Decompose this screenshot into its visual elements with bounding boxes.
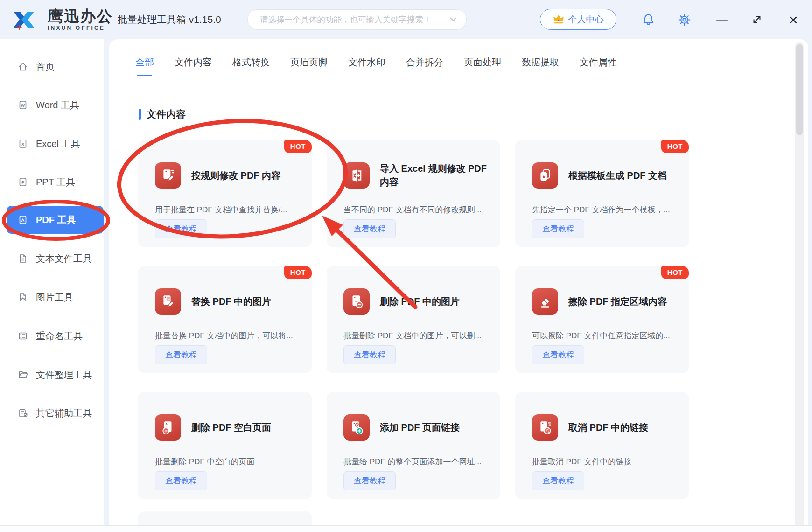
- search-input[interactable]: [260, 15, 450, 25]
- image-file-icon: [18, 292, 28, 302]
- pdf-link-off-icon: [532, 414, 558, 441]
- minimize-button[interactable]: —: [714, 0, 730, 39]
- brand-name-en: INXUN OFFICE: [48, 25, 113, 32]
- sidebar-item-word[interactable]: W Word 工具: [0, 91, 104, 119]
- settings-button[interactable]: [677, 0, 691, 39]
- card-title: 按规则修改 PDF 内容: [191, 169, 280, 182]
- tool-card-template-generate[interactable]: HOT 根据模板生成 PDF 文档 先指定一个 PDF 文档作为一个模板，...…: [515, 140, 689, 247]
- brand-block: 鹰迅办公 INXUN OFFICE: [48, 8, 113, 32]
- tutorial-button[interactable]: 查看教程: [155, 345, 207, 364]
- tab-merge-split[interactable]: 合并拆分: [406, 56, 443, 76]
- app-logo-icon: [11, 7, 36, 32]
- card-title: 删除 PDF 空白页面: [191, 421, 271, 434]
- tutorial-button[interactable]: 查看教程: [155, 219, 207, 238]
- section-title: 文件内容: [147, 108, 186, 121]
- main-content: 全部 文件内容 格式转换 页眉页脚 文件水印 合并拆分 页面处理 数据提取 文件…: [109, 39, 808, 532]
- notifications-button[interactable]: [642, 0, 655, 39]
- rename-icon: [18, 331, 28, 341]
- card-title: 替换 PDF 中的图片: [191, 295, 271, 308]
- card-desc: 批量删除 PDF 文档中的图片，可以删...: [343, 330, 494, 341]
- sidebar-item-textfile[interactable]: 文本文件工具: [0, 245, 104, 273]
- hot-badge: HOT: [661, 140, 689, 153]
- sidebar-item-label: PPT 工具: [36, 176, 75, 189]
- hot-badge: HOT: [661, 266, 689, 279]
- pdf-erase-icon: [532, 288, 558, 315]
- tutorial-button[interactable]: 查看教程: [343, 471, 396, 490]
- maximize-button[interactable]: [749, 0, 764, 39]
- tutorial-button[interactable]: 查看教程: [343, 219, 396, 238]
- sidebar-item-image[interactable]: 图片工具: [0, 283, 104, 311]
- tutorial-button[interactable]: 查看教程: [155, 471, 207, 490]
- tab-file-props[interactable]: 文件属性: [580, 56, 617, 76]
- function-search[interactable]: [247, 9, 467, 30]
- sidebar-item-rename[interactable]: 重命名工具: [0, 322, 104, 350]
- ppt-doc-icon: P: [18, 177, 28, 187]
- hot-badge: HOT: [284, 266, 312, 279]
- assist-icon: [18, 408, 28, 418]
- tool-card-delete-images[interactable]: HOT 删除 PDF 中的图片 批量删除 PDF 文档中的图片，可以删... 查…: [327, 266, 500, 373]
- tab-data-extract[interactable]: 数据提取: [522, 56, 559, 76]
- excel-doc-icon: X: [18, 139, 28, 149]
- tab-page-process[interactable]: 页面处理: [464, 56, 501, 76]
- pdf-doc-icon: [18, 215, 28, 225]
- folder-icon: [18, 370, 28, 380]
- pdf-image-replace-icon: [155, 288, 181, 315]
- tool-card-modify-pdf-by-rule[interactable]: HOT 按规则修改 PDF 内容 用于批量在 PDF 文档中查找并替换/... …: [138, 140, 312, 247]
- card-desc: 当不同的 PDF 文档有不同的修改规则...: [343, 204, 494, 215]
- tab-format-convert[interactable]: 格式转换: [232, 56, 270, 76]
- tab-header-footer[interactable]: 页眉页脚: [290, 56, 328, 76]
- word-doc-icon: W: [18, 100, 28, 110]
- sidebar-item-label: 文件整理工具: [36, 369, 92, 381]
- window-bottom-edge: [0, 525, 812, 532]
- card-title: 导入 Excel 规则修改 PDF 内容: [380, 162, 492, 189]
- sidebar-item-label: Word 工具: [36, 99, 79, 112]
- scrollbar-thumb[interactable]: [796, 44, 803, 135]
- tab-watermark[interactable]: 文件水印: [348, 56, 385, 76]
- section-header: 文件内容: [139, 108, 186, 121]
- app-title: 批量处理工具箱 v1.15.0: [118, 0, 221, 39]
- card-title: 添加 PDF 页面链接: [380, 421, 460, 434]
- section-accent-bar: [139, 109, 141, 120]
- personal-center-label: 个人中心: [568, 14, 604, 26]
- tool-card-erase-region[interactable]: HOT 擦除 PDF 指定区域内容 可以擦除 PDF 文件中任意指定区域的...…: [515, 266, 689, 373]
- sidebar-item-label: 首页: [36, 61, 55, 73]
- tutorial-button[interactable]: 查看教程: [532, 219, 584, 238]
- hot-badge: HOT: [284, 140, 312, 153]
- tool-card-excel-rule-modify[interactable]: HOT 导入 Excel 规则修改 PDF 内容 当不同的 PDF 文档有不同的…: [327, 140, 500, 247]
- sidebar-item-label: 图片工具: [36, 291, 73, 304]
- card-desc: 先指定一个 PDF 文档作为一个模板，...: [532, 204, 682, 215]
- tab-all[interactable]: 全部: [135, 56, 154, 76]
- sidebar-item-organize[interactable]: 文件整理工具: [0, 361, 104, 389]
- svg-text:P: P: [21, 180, 24, 185]
- sidebar-item-assist[interactable]: 其它辅助工具: [0, 399, 104, 427]
- card-desc: 可以擦除 PDF 文件中任意指定区域的...: [532, 330, 682, 341]
- tool-card-add-page-links[interactable]: HOT 添加 PDF 页面链接 批量给 PDF 的整个页面添加一个网址... 查…: [327, 392, 500, 499]
- sidebar-item-excel[interactable]: X Excel 工具: [0, 130, 104, 158]
- sidebar-item-label: 重命名工具: [36, 330, 83, 343]
- personal-center-button[interactable]: 个人中心: [540, 9, 616, 30]
- card-desc: 批量替换 PDF 文档中的图片，可以将...: [155, 330, 305, 341]
- chevron-down-icon[interactable]: [450, 17, 457, 22]
- tool-card-replace-images[interactable]: HOT 替换 PDF 中的图片 批量替换 PDF 文档中的图片，可以将... 查…: [138, 266, 312, 373]
- brand-name: 鹰迅办公: [48, 8, 113, 25]
- tool-card-delete-blank-pages[interactable]: HOT 删除 PDF 空白页面 批量删除 PDF 中空白的页面 查看教程: [138, 392, 312, 499]
- sidebar-item-pdf[interactable]: PDF 工具: [7, 206, 104, 234]
- title-bar: 鹰迅办公 INXUN OFFICE 批量处理工具箱 v1.15.0 个人中心: [0, 0, 812, 39]
- close-button[interactable]: ×: [785, 0, 802, 39]
- pdf-edit-icon: [155, 162, 181, 189]
- card-desc: 批量取消 PDF 文件中的链接: [532, 456, 682, 467]
- tool-card-remove-links[interactable]: HOT 取消 PDF 中的链接 批量取消 PDF 文件中的链接 查看教程: [515, 392, 689, 499]
- pdf-link-add-icon: [343, 414, 370, 441]
- tutorial-button[interactable]: 查看教程: [532, 345, 584, 364]
- category-tabs: 全部 文件内容 格式转换 页眉页脚 文件水印 合并拆分 页面处理 数据提取 文件…: [135, 56, 617, 76]
- sidebar-item-ppt[interactable]: P PPT 工具: [0, 168, 104, 196]
- close-icon: ×: [789, 11, 798, 29]
- tutorial-button[interactable]: 查看教程: [343, 345, 396, 364]
- sidebar-item-label: Excel 工具: [36, 138, 80, 150]
- sidebar-item-home[interactable]: 首页: [0, 53, 104, 81]
- bell-icon: [642, 13, 655, 26]
- tab-file-content[interactable]: 文件内容: [175, 56, 212, 76]
- tutorial-button[interactable]: 查看教程: [532, 471, 584, 490]
- sidebar-item-label: 文本文件工具: [36, 252, 92, 265]
- card-title: 擦除 PDF 指定区域内容: [568, 295, 667, 308]
